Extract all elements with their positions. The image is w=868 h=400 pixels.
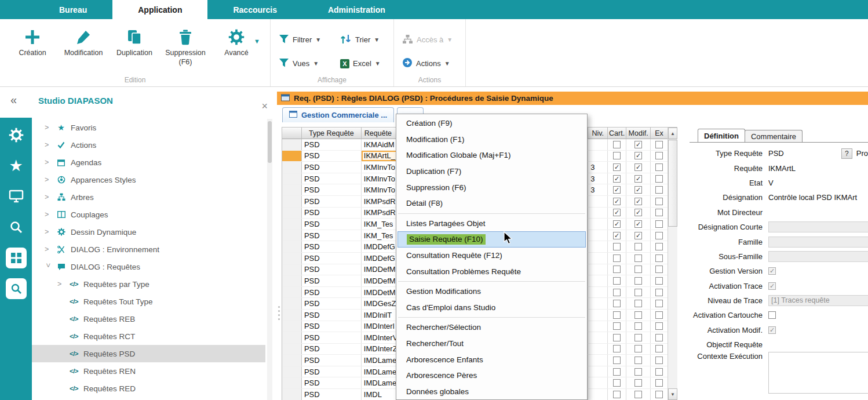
checkbox[interactable]	[768, 311, 776, 319]
cell-type-requete[interactable]: PSD	[302, 344, 362, 355]
row-selector[interactable]	[282, 173, 302, 184]
cell-type-requete[interactable]: PSD	[302, 184, 362, 195]
checkbox[interactable]	[655, 391, 663, 398]
cell-modif[interactable]	[626, 253, 651, 264]
checkbox[interactable]	[634, 266, 642, 273]
row-selector[interactable]	[282, 298, 302, 309]
cell-modif[interactable]	[626, 241, 651, 252]
cell-cart[interactable]	[608, 366, 626, 377]
menu-item-rechercher-selection[interactable]: Rechercher/Sélection	[396, 319, 587, 336]
checkbox[interactable]	[655, 141, 663, 148]
row-selector[interactable]	[282, 389, 302, 400]
menu-item-duplication-f7[interactable]: Duplication (F7)	[396, 163, 587, 180]
checkbox[interactable]	[613, 254, 621, 262]
checkbox[interactable]	[655, 163, 663, 171]
cell-modif[interactable]: ✓	[626, 139, 651, 150]
trier-button[interactable]: Trier ▼	[340, 34, 398, 46]
column-header-blank[interactable]	[282, 128, 302, 139]
menu-item-modification-globale-maj-f1[interactable]: Modification Globale (Maj+F1)	[396, 147, 587, 163]
expander-icon[interactable]: >	[45, 123, 54, 132]
cell-niv[interactable]	[588, 219, 608, 230]
cell-modif[interactable]	[626, 298, 651, 309]
checkbox[interactable]	[655, 334, 663, 341]
cell-modif[interactable]: ✓	[626, 219, 651, 230]
row-selector[interactable]	[282, 219, 302, 230]
table-scrollbar[interactable]: ▲ ▼	[668, 128, 677, 400]
cell-type-requete[interactable]: PSD	[302, 366, 362, 377]
checkbox[interactable]: ✓	[613, 209, 621, 216]
cell-niv[interactable]	[588, 310, 608, 321]
menu-item-consultation-requete-f12[interactable]: Consultation Requête (F12)	[396, 248, 587, 264]
checkbox[interactable]: ✓	[634, 152, 642, 159]
cell-type-requete[interactable]: PSD	[302, 332, 362, 343]
checkbox[interactable]	[634, 379, 642, 387]
tree-item-dialog-environnement[interactable]: >DIALOG : Environnement	[32, 241, 265, 258]
cell-cart[interactable]: ✓	[608, 196, 626, 207]
checkbox[interactable]: ✓	[768, 267, 776, 275]
cell-type-requete[interactable]: PSD	[302, 264, 362, 275]
cell-cart[interactable]	[608, 377, 626, 388]
checkbox[interactable]: ✓	[613, 232, 621, 239]
tree-item-dessin-dynamique[interactable]: >Dessin Dynamique	[32, 223, 265, 241]
checkbox[interactable]	[613, 311, 621, 319]
cell-type-requete[interactable]: PSD	[302, 230, 362, 241]
tree-item-favoris[interactable]: >★Favoris	[32, 119, 265, 136]
menu-item-donnees-globales[interactable]: Données globales	[396, 384, 587, 400]
expander-icon[interactable]: >	[45, 228, 54, 236]
checkbox[interactable]	[613, 368, 621, 376]
checkbox[interactable]: ✓	[634, 186, 642, 194]
search-icon[interactable]	[6, 217, 27, 238]
checkbox[interactable]	[613, 357, 621, 364]
checkbox[interactable]	[655, 186, 663, 194]
cell-niv[interactable]	[588, 196, 608, 207]
menu-item-arborescence-peres[interactable]: Arborescence Pères	[396, 368, 587, 384]
checkbox[interactable]	[634, 300, 642, 307]
cell-type-requete[interactable]: PSD	[302, 162, 362, 173]
row-selector[interactable]	[282, 332, 302, 343]
cell-niv[interactable]: 3	[588, 173, 608, 184]
cell-niv[interactable]	[588, 298, 608, 309]
menu-item-modification-f1[interactable]: Modification (F1)	[396, 132, 587, 148]
column-header-modif[interactable]: Modif.	[626, 128, 651, 139]
checkbox[interactable]	[634, 391, 642, 398]
row-selector[interactable]	[282, 151, 302, 162]
row-selector[interactable]	[282, 241, 302, 252]
checkbox[interactable]: ✓	[613, 198, 621, 205]
checkbox[interactable]	[613, 300, 621, 307]
checkbox[interactable]	[613, 277, 621, 285]
splitter-handle[interactable]	[278, 306, 280, 320]
cell-cart[interactable]	[608, 151, 626, 162]
checkbox[interactable]	[613, 152, 621, 159]
cell-cart[interactable]	[608, 389, 626, 400]
checkbox[interactable]	[655, 289, 663, 296]
tab-definition[interactable]: Définition	[698, 129, 745, 142]
row-selector[interactable]	[282, 344, 302, 355]
checkbox[interactable]	[655, 277, 663, 285]
column-header-ex[interactable]: Ex	[651, 128, 668, 139]
cell-cart[interactable]: ✓	[608, 208, 626, 219]
cell-niv[interactable]	[588, 241, 608, 252]
checkbox[interactable]	[634, 345, 642, 352]
cell-modif[interactable]: ✓	[626, 230, 651, 241]
tree-item-actions[interactable]: >Actions	[32, 136, 265, 154]
tree-scrollbar-thumb[interactable]	[268, 121, 272, 163]
scroll-down-button[interactable]: ▼	[668, 388, 677, 400]
cell-cart[interactable]	[608, 275, 626, 286]
cell-modif[interactable]	[626, 332, 651, 343]
checkbox[interactable]	[613, 289, 621, 296]
cell-modif[interactable]	[626, 264, 651, 275]
row-selector[interactable]	[282, 162, 302, 173]
cell-type-requete[interactable]: PSD	[302, 321, 362, 332]
checkbox[interactable]	[613, 141, 621, 148]
cell-niv[interactable]	[588, 287, 608, 298]
cell-type-requete[interactable]: PSD	[302, 241, 362, 252]
checkbox[interactable]: ✓	[634, 232, 642, 239]
cell-ex[interactable]	[651, 275, 668, 286]
cell-ex[interactable]	[651, 332, 668, 343]
checkbox[interactable]	[655, 345, 663, 352]
monitor-icon[interactable]	[6, 186, 27, 207]
menu-item-suppression-f6[interactable]: Suppression (F6)	[396, 179, 587, 195]
checkbox[interactable]	[613, 379, 621, 387]
checkbox[interactable]	[613, 243, 621, 250]
checkbox[interactable]: ✓	[613, 220, 621, 228]
